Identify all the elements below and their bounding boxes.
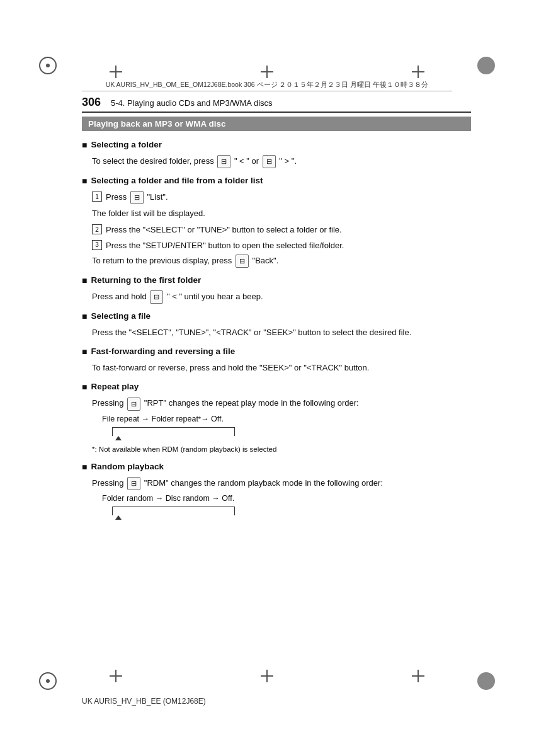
step-2-text: Press the "<SELECT" or "TUNE>" button to…: [106, 224, 342, 236]
subsection-returning-folder-title: Returning to the first folder: [91, 275, 201, 285]
random-body: Pressing ⊟ "RDM" changes the random play…: [92, 477, 471, 490]
step-3-text: Press the "SETUP/ENTER" button to open t…: [106, 239, 344, 252]
reg-mark-top-left: [39, 57, 57, 74]
bullet-icon-3: ■: [82, 275, 87, 285]
loop-box-random: [107, 507, 471, 520]
subsection-fastforward: ■ Fast-forwarding and reversing a file: [82, 346, 471, 357]
bullet-icon: ■: [82, 140, 87, 150]
repeat-arrow-diagram: File repeat → Folder repeat* → Off.: [102, 415, 471, 423]
header-meta: UK AURIS_HV_HB_OM_EE_OM12J68E.book 306 ペ…: [82, 81, 452, 91]
cross-top-left: [110, 66, 122, 78]
subsection-selecting-file: ■ Selecting a file: [82, 311, 471, 321]
main-content: Playing back an MP3 or WMA disc ■ Select…: [82, 117, 471, 668]
bullet-icon-7: ■: [82, 462, 87, 472]
cross-bottom-right: [412, 670, 424, 682]
subsection-random: ■ Random playback: [82, 462, 471, 472]
section-bar: Playing back an MP3 or WMA disc: [82, 117, 471, 131]
page-number: 306: [82, 96, 101, 109]
step-num-2: 2: [92, 224, 102, 234]
cross-top-center: [261, 66, 273, 78]
selecting-folder-body: To select the desired folder, press ⊟ " …: [92, 155, 471, 168]
subsection-repeat: ■ Repeat play: [82, 382, 471, 392]
step-1-note: The folder list will be displayed.: [92, 207, 471, 220]
subsection-selecting-folder-title: Selecting a folder: [91, 140, 162, 149]
subsection-random-title: Random playback: [91, 462, 164, 471]
step-num-1: 1: [92, 192, 102, 202]
subsection-folder-file-list: ■ Selecting a folder and file from a fol…: [82, 176, 471, 186]
subsection-repeat-title: Repeat play: [91, 382, 139, 391]
loop-box-repeat: [107, 427, 471, 440]
subsection-selecting-folder: ■ Selecting a folder: [82, 140, 471, 150]
step-2: 2 Press the "<SELECT" or "TUNE>" button …: [92, 224, 471, 236]
page-title: 5-4. Playing audio CDs and MP3/WMA discs: [111, 98, 273, 108]
btn-hold: ⊟: [150, 290, 163, 304]
btn-right-folder: ⊟: [263, 155, 276, 168]
bullet-icon-6: ■: [82, 382, 87, 392]
bullet-icon-4: ■: [82, 311, 87, 321]
step-3: 3 Press the "SETUP/ENTER" button to open…: [92, 239, 471, 252]
reg-mark-bottom-left: [39, 672, 57, 690]
step-back-note: To return to the previous display, press…: [92, 255, 471, 268]
repeat-body: Pressing ⊟ "RPT" changes the repeat play…: [92, 397, 471, 410]
page: UK AURIS_HV_HB_OM_EE_OM12J68E.book 306 ペ…: [0, 0, 534, 756]
repeat-note: *: Not available when RDM (random playba…: [92, 444, 471, 455]
step-1-text: Press ⊟ "List".: [106, 191, 168, 204]
selecting-file-body: Press the "<SELECT", "TUNE>", "<TRACK" o…: [92, 326, 471, 339]
subsection-returning-folder: ■ Returning to the first folder: [82, 275, 471, 285]
returning-folder-body: Press and hold ⊟ " < " until you hear a …: [92, 290, 471, 304]
random-arrow-diagram: Folder random → Disc random → Off.: [102, 494, 471, 503]
btn-rpt: ⊟: [127, 398, 140, 411]
bullet-icon-5: ■: [82, 346, 87, 357]
cross-top-right: [412, 66, 424, 78]
btn-list: ⊟: [130, 191, 144, 204]
header-meta-text: UK AURIS_HV_HB_OM_EE_OM12J68E.book 306 ペ…: [82, 81, 452, 89]
btn-rdm: ⊟: [127, 477, 140, 490]
reg-mark-bottom-right: [477, 672, 495, 690]
subsection-folder-file-list-title: Selecting a folder and file from a folde…: [91, 176, 263, 185]
btn-left-folder: ⊟: [217, 155, 230, 168]
fastforward-body: To fast-forward or reverse, press and ho…: [92, 362, 471, 374]
cross-bottom-center: [261, 670, 273, 682]
reg-mark-top-right: [477, 57, 495, 74]
step-num-3: 3: [92, 240, 102, 250]
cross-bottom-left: [110, 670, 122, 682]
bullet-icon-2: ■: [82, 176, 87, 186]
page-header: 306 5-4. Playing audio CDs and MP3/WMA d…: [82, 96, 471, 113]
step-1: 1 Press ⊟ "List".: [92, 191, 471, 204]
subsection-fastforward-title: Fast-forwarding and reversing a file: [91, 346, 235, 356]
footer: UK AURIS_HV_HB_EE (OM12J68E): [82, 697, 206, 706]
subsection-selecting-file-title: Selecting a file: [91, 311, 151, 321]
btn-back: ⊟: [236, 255, 249, 268]
